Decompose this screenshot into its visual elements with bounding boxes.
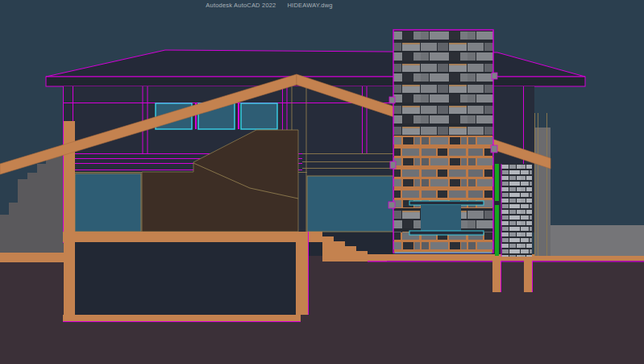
doc-title-text: HIDEAWAY.dwg xyxy=(288,2,333,9)
window-left[interactable] xyxy=(75,174,141,232)
stone-protrusion-1 xyxy=(389,97,395,103)
title-bar: Autodesk AutoCAD 2022HIDEAWAY.dwg xyxy=(206,2,332,9)
stone-protrusion-4 xyxy=(492,73,497,79)
stone-protrusion-2 xyxy=(390,161,396,169)
terrain-right[interactable] xyxy=(551,225,644,256)
stone-pier-right[interactable] xyxy=(501,164,532,257)
green-conduit-line[interactable] xyxy=(495,164,499,256)
mullion-line-2 xyxy=(238,103,239,129)
clerestory-window-3[interactable] xyxy=(241,103,277,129)
chimney-stone-base xyxy=(394,232,492,253)
footing-2[interactable] xyxy=(524,261,532,292)
mantel-line-lower xyxy=(409,231,484,235)
mantel-line-upper xyxy=(409,201,484,205)
chimney[interactable] xyxy=(388,30,497,253)
basement-floor-slab[interactable] xyxy=(63,315,301,321)
retaining-column-gray[interactable] xyxy=(534,128,551,256)
grade-line-left[interactable] xyxy=(0,253,64,262)
app-title-text: Autodesk AutoCAD 2022 xyxy=(206,2,276,9)
window-middle[interactable] xyxy=(307,176,393,232)
autocad-window: Autodesk AutoCAD 2022HIDEAWAY.dwg xyxy=(0,0,644,364)
firebox-window[interactable] xyxy=(421,205,461,232)
drawing-canvas[interactable] xyxy=(0,0,644,364)
chimney-stone-mid xyxy=(394,136,492,208)
basement-room[interactable] xyxy=(75,242,296,315)
footing-1[interactable] xyxy=(492,261,501,292)
stone-protrusion-3 xyxy=(388,202,395,208)
basement-wall-right[interactable] xyxy=(296,232,308,315)
stone-protrusion-5 xyxy=(491,145,497,153)
green-line-joint xyxy=(495,201,499,205)
main-floor-slab[interactable] xyxy=(63,232,322,242)
